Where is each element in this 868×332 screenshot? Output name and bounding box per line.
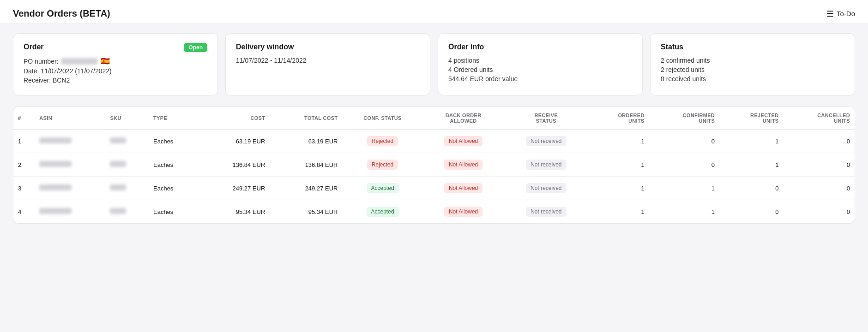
cell-conf-status: Rejected (342, 153, 422, 177)
cell-conf-status: Accepted (342, 200, 422, 224)
delivery-window-value: 11/07/2022 - 11/14/2022 (236, 57, 420, 64)
cell-cancelled-units: 0 (783, 153, 855, 177)
cell-ordered-units: 1 (588, 200, 649, 224)
cell-total-cost: 136.84 EUR (270, 153, 342, 177)
cell-sku (105, 177, 149, 200)
col-header-back-order: BACK ORDERALLOWED (423, 107, 504, 130)
cell-cancelled-units: 0 (783, 130, 855, 153)
cell-cancelled-units: 0 (783, 177, 855, 200)
status-card: Status 2 confirmed units 2 rejected unit… (650, 33, 855, 95)
cell-rejected-units: 0 (719, 200, 783, 224)
cell-type: Eaches (149, 153, 199, 177)
cell-sku (105, 130, 149, 153)
cell-cost: 136.84 EUR (199, 153, 270, 177)
page-title: Vendor Orders (BETA) (13, 8, 110, 19)
cell-confirmed-units: 1 (649, 177, 719, 200)
order-receiver-line: Receiver: BCN2 (24, 77, 207, 84)
col-header-conf-status: CONF. STATUS (342, 107, 422, 130)
cell-cost: 249.27 EUR (199, 177, 270, 200)
todo-label: To-Do (837, 10, 855, 18)
todo-button[interactable]: ☰ To-Do (826, 9, 855, 19)
col-header-receive-status: RECEIVESTATUS (504, 107, 589, 130)
status-confirmed: 2 confirmed units (661, 57, 844, 64)
table-row: 1 Eaches 63.19 EUR 63.19 EUR Rejected No… (13, 130, 855, 153)
cell-num: 3 (13, 177, 35, 200)
cell-confirmed-units: 1 (649, 200, 719, 224)
status-rejected: 2 rejected units (661, 66, 844, 73)
cell-num: 4 (13, 200, 35, 224)
cell-num: 1 (13, 130, 35, 153)
order-receiver-value: Receiver: BCN2 (24, 77, 70, 84)
header: Vendor Orders (BETA) ☰ To-Do (0, 0, 868, 24)
cell-total-cost: 63.19 EUR (270, 130, 342, 153)
order-date-value: Date: 11/07/2022 (11/07/2022) (24, 67, 112, 75)
cell-receive-status: Not received (504, 177, 589, 200)
cell-total-cost: 95.34 EUR (270, 200, 342, 224)
table-header: # ASIN SKU TYPE COST TOTAL COST CONF. ST… (13, 107, 855, 130)
status-received: 0 received units (661, 75, 844, 83)
col-header-cost: COST (199, 107, 270, 130)
delivery-card: Delivery window 11/07/2022 - 11/14/2022 (225, 33, 430, 95)
main-content: Order Open PO number: 🇪🇸 Date: 11/07/202… (0, 24, 868, 233)
list-icon: ☰ (826, 9, 834, 19)
col-header-num: # (13, 107, 35, 130)
cell-type: Eaches (149, 177, 199, 200)
cell-ordered-units: 1 (588, 153, 649, 177)
order-date-line: Date: 11/07/2022 (11/07/2022) (24, 67, 207, 75)
cell-conf-status: Accepted (342, 177, 422, 200)
cell-type: Eaches (149, 200, 199, 224)
order-card-title: Order (24, 43, 44, 51)
cell-asin (35, 153, 105, 177)
cell-rejected-units: 0 (719, 177, 783, 200)
cell-confirmed-units: 0 (649, 130, 719, 153)
table-row: 3 Eaches 249.27 EUR 249.27 EUR Accepted … (13, 177, 855, 200)
cell-back-order: Not Allowed (423, 177, 504, 200)
table-body: 1 Eaches 63.19 EUR 63.19 EUR Rejected No… (13, 130, 855, 224)
cell-num: 2 (13, 153, 35, 177)
cell-total-cost: 249.27 EUR (270, 177, 342, 200)
cell-cost: 63.19 EUR (199, 130, 270, 153)
cell-back-order: Not Allowed (423, 153, 504, 177)
cell-cancelled-units: 0 (783, 200, 855, 224)
order-info-card: Order info 4 positions 4 Ordered units 5… (438, 33, 643, 95)
order-info-order-value: 544.64 EUR order value (448, 75, 632, 83)
cell-ordered-units: 1 (588, 177, 649, 200)
order-info-ordered-units: 4 Ordered units (448, 66, 632, 73)
cell-type: Eaches (149, 130, 199, 153)
cell-rejected-units: 1 (719, 130, 783, 153)
orders-table-container: # ASIN SKU TYPE COST TOTAL COST CONF. ST… (13, 107, 855, 224)
cell-asin (35, 200, 105, 224)
cell-ordered-units: 1 (588, 130, 649, 153)
cell-asin (35, 177, 105, 200)
col-header-cancelled-units: CANCELLEDUNITS (783, 107, 855, 130)
delivery-card-title: Delivery window (236, 43, 420, 51)
flag-icon: 🇪🇸 (101, 57, 110, 65)
order-po-label: PO number: (24, 58, 58, 65)
col-header-type: TYPE (149, 107, 199, 130)
order-status-badge: Open (184, 43, 207, 52)
order-po-line: PO number: 🇪🇸 (24, 57, 207, 65)
table-row: 2 Eaches 136.84 EUR 136.84 EUR Rejected … (13, 153, 855, 177)
cell-cost: 95.34 EUR (199, 200, 270, 224)
cards-row: Order Open PO number: 🇪🇸 Date: 11/07/202… (13, 33, 855, 95)
order-card: Order Open PO number: 🇪🇸 Date: 11/07/202… (13, 33, 218, 95)
status-card-title: Status (661, 43, 844, 51)
col-header-ordered-units: ORDEREDUNITS (588, 107, 649, 130)
cell-back-order: Not Allowed (423, 200, 504, 224)
col-header-total-cost: TOTAL COST (270, 107, 342, 130)
col-header-rejected-units: REJECTEDUNITS (719, 107, 783, 130)
cell-conf-status: Rejected (342, 130, 422, 153)
cell-receive-status: Not received (504, 130, 589, 153)
cell-confirmed-units: 0 (649, 153, 719, 177)
cell-sku (105, 153, 149, 177)
table-row: 4 Eaches 95.34 EUR 95.34 EUR Accepted No… (13, 200, 855, 224)
cell-receive-status: Not received (504, 200, 589, 224)
cell-back-order: Not Allowed (423, 130, 504, 153)
col-header-asin: ASIN (35, 107, 105, 130)
col-header-confirmed-units: CONFIRMEDUNITS (649, 107, 719, 130)
order-po-value (61, 58, 98, 65)
cell-sku (105, 200, 149, 224)
order-info-positions: 4 positions (448, 57, 632, 64)
orders-table: # ASIN SKU TYPE COST TOTAL COST CONF. ST… (13, 107, 855, 223)
cell-rejected-units: 1 (719, 153, 783, 177)
